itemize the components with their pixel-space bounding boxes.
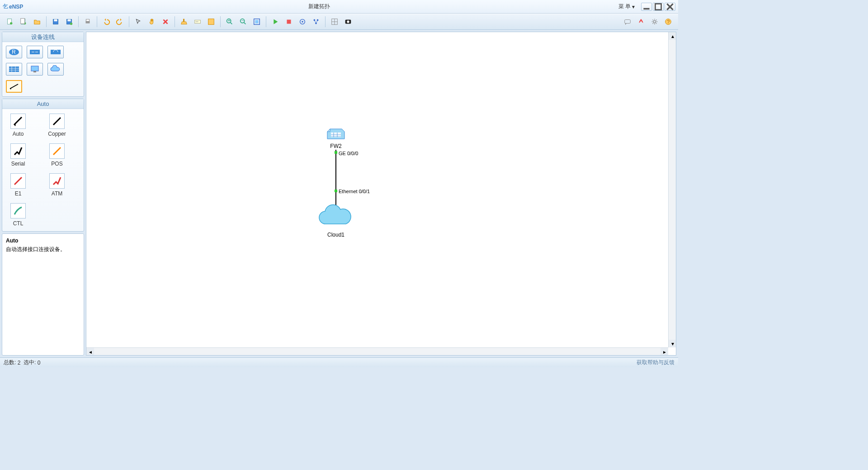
feedback-link[interactable]: 获取帮助与反馈	[637, 359, 675, 366]
conn-label: CTL	[13, 220, 24, 227]
delete-tool[interactable]	[159, 15, 172, 28]
category-cloud[interactable]	[47, 63, 64, 76]
connections-panel: Auto Auto Copper Serial POS E1 ATM CTL	[2, 99, 84, 232]
category-router[interactable]: R	[6, 46, 22, 58]
category-cable[interactable]	[6, 80, 22, 93]
topology-canvas[interactable]: GE 0/0/0 Ethernet 0/0/1 FW2 Cloud1 ▴ ▾ ◂…	[86, 32, 676, 356]
connections-grid: Auto Copper Serial POS E1 ATM CTL	[2, 109, 84, 231]
app-name: eNSP	[9, 4, 23, 10]
text-tool[interactable]	[191, 15, 204, 28]
category-wireless[interactable]	[47, 46, 64, 58]
share-button[interactable]	[310, 15, 322, 28]
scroll-up-icon[interactable]: ▴	[669, 32, 676, 40]
conn-label: Copper	[48, 131, 66, 137]
separator	[78, 16, 79, 27]
svg-rect-50	[31, 66, 38, 71]
svg-rect-8	[21, 19, 25, 24]
conn-label: POS	[51, 161, 62, 167]
devices-panel: 设备连线 R	[2, 32, 84, 97]
titlebar: 乞 eNSP 新建拓扑 菜 单 ▾	[0, 0, 678, 14]
horizontal-scrollbar[interactable]: ◂ ▸	[86, 347, 668, 355]
select-tool[interactable]	[132, 15, 145, 28]
window-title: 新建拓扑	[23, 3, 614, 10]
undo-button[interactable]	[100, 15, 113, 28]
main-area: 设备连线 R Auto Auto Copper Serial POS E1 AT…	[0, 30, 678, 357]
conn-e1[interactable]: E1	[5, 173, 31, 197]
category-grid: R	[2, 42, 84, 96]
help-button[interactable]: ?	[662, 15, 675, 28]
conn-atm[interactable]: ATM	[44, 173, 70, 197]
canvas-wrap: GE 0/0/0 Ethernet 0/0/1 FW2 Cloud1 ▴ ▾ ◂…	[86, 32, 676, 356]
separator	[129, 16, 129, 27]
category-firewall[interactable]	[6, 63, 22, 76]
start-button[interactable]	[269, 15, 282, 28]
toolbar: + − ?	[0, 14, 678, 30]
svg-rect-10	[54, 19, 57, 22]
stop-button[interactable]	[283, 15, 295, 28]
pan-tool[interactable]	[146, 15, 158, 28]
info-panel: Auto 自动选择接口连接设备。	[2, 233, 84, 356]
firewall-icon	[326, 125, 345, 142]
screenshot-button[interactable]	[342, 15, 354, 28]
status-total-label: 总数:	[4, 359, 16, 366]
conn-label: ATM	[52, 190, 62, 197]
conn-serial[interactable]: Serial	[5, 143, 31, 167]
new-project-button[interactable]	[17, 15, 30, 28]
node-fw2[interactable]: FW2	[326, 125, 345, 149]
close-button[interactable]	[665, 3, 675, 11]
svg-point-13	[70, 23, 72, 25]
separator	[46, 16, 47, 27]
svg-point-40	[347, 20, 349, 23]
settings-button[interactable]	[648, 15, 661, 28]
svg-point-5	[10, 22, 12, 24]
scroll-right-icon[interactable]: ▸	[660, 348, 668, 356]
conn-copper[interactable]: Copper	[44, 114, 70, 137]
zoom-fit-button[interactable]	[250, 15, 263, 28]
info-title: Auto	[6, 237, 80, 244]
scroll-down-icon[interactable]: ▾	[669, 340, 676, 347]
node-cloud1[interactable]: Cloud1	[317, 203, 355, 238]
svg-line-26	[244, 23, 246, 24]
svg-point-42	[653, 20, 656, 23]
redo-button[interactable]	[113, 15, 126, 28]
save-as-button[interactable]	[63, 15, 75, 28]
svg-rect-51	[33, 71, 36, 72]
link-fw2-cloud1[interactable]	[335, 150, 336, 206]
save-button[interactable]	[49, 15, 62, 28]
svg-rect-29	[255, 20, 258, 23]
port-label-eth: Ethernet 0/0/1	[339, 189, 370, 194]
menu-button[interactable]: 菜 单 ▾	[615, 2, 638, 11]
minimize-button[interactable]	[641, 3, 652, 11]
info-desc: 自动选择接口连接设备。	[6, 246, 80, 253]
zoom-out-button[interactable]: −	[237, 15, 250, 28]
scroll-left-icon[interactable]: ◂	[86, 348, 94, 356]
new-topo-button[interactable]	[4, 15, 16, 28]
conn-pos[interactable]: POS	[44, 143, 70, 167]
svg-line-52	[53, 118, 61, 125]
separator	[266, 16, 266, 27]
conn-ctl[interactable]: CTL	[5, 203, 31, 227]
grid-button[interactable]	[328, 15, 341, 28]
separator	[220, 16, 221, 27]
conn-label: E1	[15, 190, 22, 197]
svg-point-32	[302, 21, 303, 23]
category-pc[interactable]	[27, 63, 43, 76]
conn-auto[interactable]: Auto	[5, 114, 31, 137]
vertical-scrollbar[interactable]: ▴ ▾	[668, 32, 676, 347]
svg-rect-15	[86, 19, 89, 22]
svg-rect-47	[30, 50, 40, 54]
capture-button[interactable]	[296, 15, 309, 28]
huawei-button[interactable]	[635, 15, 647, 28]
maximize-button[interactable]	[653, 3, 664, 11]
status-selected: 0	[38, 360, 41, 366]
node-label: FW2	[330, 143, 341, 149]
palette-tool[interactable]	[205, 15, 217, 28]
status-total: 2	[18, 360, 21, 366]
message-button[interactable]	[621, 15, 634, 28]
category-switch[interactable]	[27, 46, 43, 58]
open-button[interactable]	[31, 15, 43, 28]
conn-label: Auto	[13, 131, 24, 137]
zoom-in-button[interactable]: +	[223, 15, 236, 28]
broom-tool[interactable]	[178, 15, 190, 28]
print-button[interactable]	[81, 15, 94, 28]
